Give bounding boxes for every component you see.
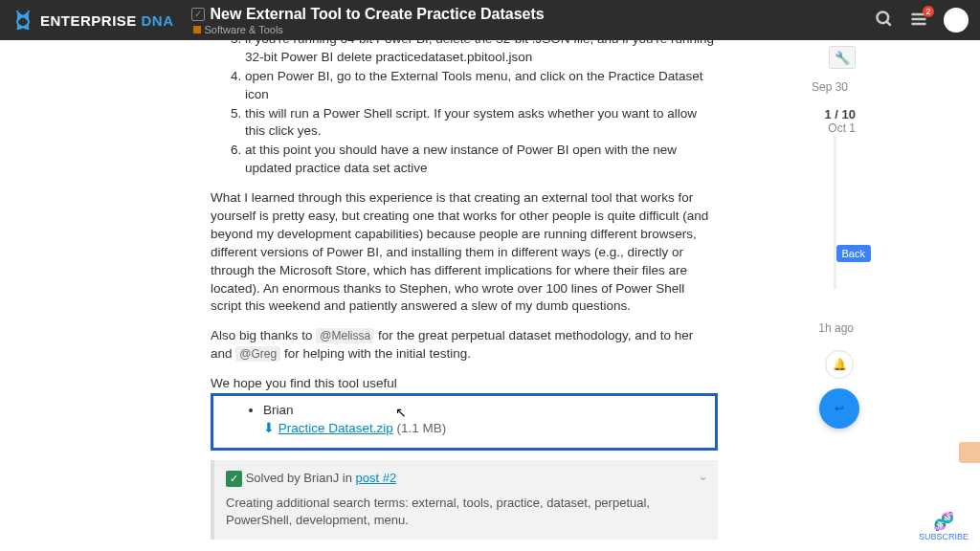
post-content: if you're running 64-bit Power BI, delet… [211, 40, 718, 551]
download-link[interactable]: Practice Dataset.zip [278, 421, 393, 435]
dna-subscribe-icon: 🧬 [919, 511, 969, 532]
category-name: Software & Tools [205, 24, 283, 35]
solved-post-link[interactable]: post #2 [356, 471, 397, 485]
floating-avatar[interactable] [959, 442, 980, 463]
highlighted-attachment-box: ↖ Brian ⬇ Practice Dataset.zip (1.1 MB) [211, 393, 718, 451]
notification-bell-button[interactable]: 🔔 [825, 350, 854, 379]
search-icon[interactable] [875, 10, 894, 32]
solved-excerpt: Creating additional search terms: extern… [226, 495, 706, 529]
download-size: (1.1 MB) [397, 421, 447, 435]
user-mention[interactable]: @Greg [235, 346, 280, 362]
dna-icon [11, 9, 34, 32]
solved-panel: ⌄ ✓ Solved by BrianJ in post #2 Creating… [211, 460, 718, 540]
paragraph: We hope you find this tool useful [211, 375, 718, 393]
solved-check-icon: ✓ [191, 8, 205, 21]
author-name: Brian [263, 403, 294, 417]
list-item: open Power BI, go to the External Tools … [245, 68, 718, 104]
brand-text: ENTERPRISE DNA [40, 12, 174, 29]
timeline-position[interactable]: 1 / 10 Oct 1 [824, 107, 856, 135]
user-avatar[interactable] [944, 8, 969, 33]
solved-badge: ✓ [226, 471, 242, 487]
timeline-start-date[interactable]: Sep 30 [812, 80, 848, 94]
reply-fab-button[interactable]: ↩ [819, 388, 859, 429]
download-icon: ⬇ [263, 421, 278, 435]
instruction-list: if you're running 64-bit Power BI, delet… [211, 31, 718, 178]
category-color-dot [193, 26, 201, 33]
chevron-down-icon[interactable]: ⌄ [698, 468, 708, 485]
topic-title[interactable]: New External Tool to Create Practice Dat… [211, 6, 545, 23]
svg-point-0 [878, 11, 889, 23]
notification-badge: 2 [923, 6, 934, 17]
topic-title-area: ✓ New External Tool to Create Practice D… [191, 6, 545, 35]
list-item: at this point you should have a new inst… [245, 142, 718, 178]
list-item: this will run a Power Shell script. If y… [245, 105, 718, 142]
timeline-sidebar: 🔧 Sep 30 1 / 10 Oct 1 Back 1h ago 🔔 ↩ [718, 40, 871, 551]
category-breadcrumb[interactable]: Software & Tools [193, 24, 545, 35]
wrench-button[interactable]: 🔧 [829, 46, 856, 69]
attachment-item: Brian ⬇ Practice Dataset.zip (1.1 MB) [263, 402, 703, 438]
timeline-end-date[interactable]: 1h ago [818, 321, 854, 335]
hamburger-menu-icon[interactable]: 2 [909, 10, 928, 32]
brand-logo[interactable]: ENTERPRISE DNA [11, 9, 174, 32]
top-header: ENTERPRISE DNA ✓ New External Tool to Cr… [0, 0, 980, 40]
back-button[interactable]: Back [836, 245, 871, 262]
svg-line-1 [887, 21, 891, 25]
paragraph: What I learned through this experience i… [211, 189, 718, 316]
paragraph: Also big thanks to @Melissa for the grea… [211, 327, 718, 364]
timeline-track[interactable] [834, 136, 836, 289]
subscribe-widget[interactable]: 🧬 SUBSCRIBE [919, 511, 969, 541]
user-mention[interactable]: @Melissa [316, 328, 374, 343]
